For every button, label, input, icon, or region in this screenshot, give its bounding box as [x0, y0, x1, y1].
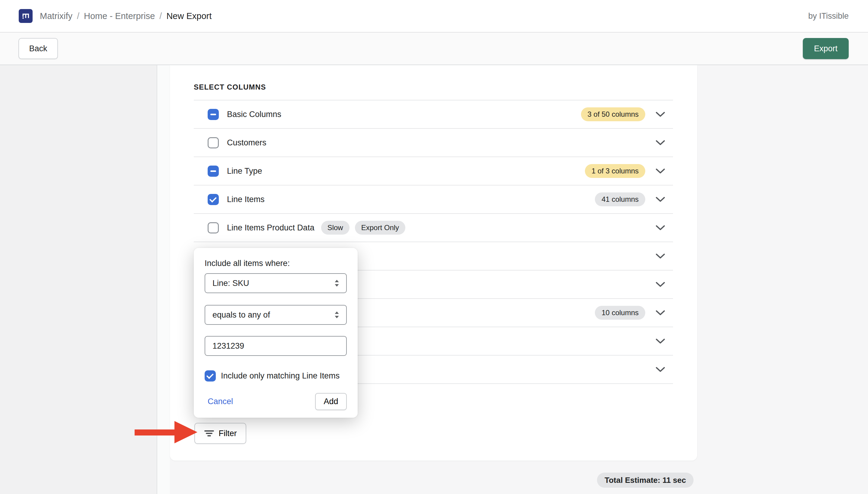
chevron-down-icon[interactable] [655, 196, 666, 203]
columns-count-badge: 10 columns [595, 306, 645, 320]
column-row-line-items-product-data[interactable]: Line Items Product Data Slow Export Only [194, 214, 673, 242]
columns-count-badge: 3 of 50 columns [581, 107, 645, 121]
checkbox[interactable] [208, 137, 219, 148]
filter-button-label: Filter [219, 429, 237, 438]
popover-title: Include all items where: [205, 258, 347, 268]
row-label: Customers [227, 138, 266, 148]
chevron-down-icon[interactable] [655, 309, 666, 316]
add-button[interactable]: Add [315, 393, 347, 410]
slow-tag: Slow [321, 221, 350, 235]
byline: by ITissible [808, 12, 849, 21]
column-row-line-items[interactable]: Line Items 41 columns [194, 186, 673, 214]
column-row-basic-columns[interactable]: Basic Columns 3 of 50 columns [194, 100, 673, 129]
action-toolbar: Back Export [0, 33, 868, 65]
match-checkbox-row: Include only matching Line Items [205, 370, 347, 381]
export-only-tag: Export Only [355, 221, 405, 235]
filter-icon [204, 429, 214, 438]
row-label: Basic Columns [227, 110, 281, 119]
filter-popover: Include all items where: Line: SKU equal… [194, 248, 358, 418]
column-row-customers[interactable]: Customers [194, 129, 673, 157]
back-button[interactable]: Back [18, 38, 58, 59]
row-label: Line Items [227, 195, 265, 204]
breadcrumb: Matrixify / Home - Enterprise / New Expo… [40, 11, 211, 21]
match-checkbox-label: Include only matching Line Items [221, 371, 339, 381]
popover-footer: Cancel Add [205, 393, 347, 410]
breadcrumb-separator: / [77, 11, 79, 21]
cancel-link[interactable]: Cancel [208, 397, 233, 406]
export-button[interactable]: Export [803, 38, 849, 59]
select-stepper-icon [333, 310, 341, 320]
columns-count-badge: 41 columns [595, 192, 645, 206]
section-title: SELECT COLUMNS [194, 65, 673, 100]
row-label: Line Items Product Data [227, 223, 314, 232]
filter-value-input[interactable] [205, 336, 347, 356]
page-title: New Export [166, 11, 211, 21]
breadcrumb-parent[interactable]: Home - Enterprise [84, 11, 155, 21]
total-estimate-badge: Total Estimate: 11 sec [597, 473, 694, 488]
operator-select[interactable]: equals to any of [205, 305, 347, 325]
field-select[interactable]: Line: SKU [205, 273, 347, 293]
match-checkbox[interactable] [205, 370, 216, 381]
select-stepper-icon [333, 278, 341, 288]
chevron-down-icon[interactable] [655, 252, 666, 260]
matrixify-logo-icon [19, 9, 33, 23]
chevron-down-icon[interactable] [655, 281, 666, 288]
checkbox[interactable] [208, 109, 219, 120]
column-row-line-type[interactable]: Line Type 1 of 3 columns [194, 157, 673, 186]
chevron-down-icon[interactable] [655, 111, 666, 118]
page: Matrixify / Home - Enterprise / New Expo… [0, 0, 868, 494]
checkbox[interactable] [208, 166, 219, 177]
left-gutter [0, 65, 157, 494]
annotation-arrow-head [174, 421, 197, 443]
annotation-arrow-tail [135, 430, 175, 436]
checkbox[interactable] [208, 194, 219, 205]
chevron-down-icon[interactable] [655, 139, 666, 146]
field-select-value: Line: SKU [213, 279, 249, 288]
filter-button[interactable]: Filter [195, 423, 246, 444]
chevron-down-icon[interactable] [655, 366, 666, 373]
breadcrumb-separator: / [159, 11, 162, 21]
filter-button-row: Filter [194, 423, 673, 444]
row-label: Line Type [227, 167, 262, 176]
chevron-down-icon[interactable] [655, 338, 666, 345]
columns-count-badge: 1 of 3 columns [585, 164, 645, 178]
chevron-down-icon[interactable] [655, 224, 666, 231]
app-header: Matrixify / Home - Enterprise / New Expo… [0, 0, 868, 33]
chevron-down-icon[interactable] [655, 167, 666, 175]
operator-select-value: equals to any of [213, 310, 270, 320]
breadcrumb-app[interactable]: Matrixify [40, 11, 72, 21]
checkbox[interactable] [208, 222, 219, 233]
